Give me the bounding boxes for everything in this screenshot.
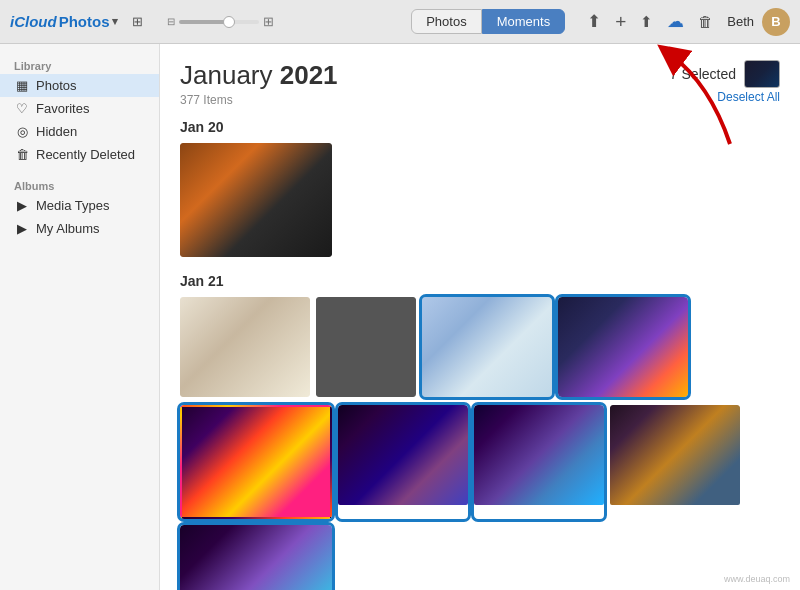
tab-moments[interactable]: Moments (482, 9, 565, 34)
photo-thumb (180, 143, 332, 257)
photo-jan21-2[interactable] (316, 297, 416, 397)
sidebar: Library ▦ Photos ♡ Favorites ◎ Hidden 🗑 … (0, 44, 160, 590)
photo-thumb-rgb-setup-5 (180, 525, 332, 590)
photo-jan21-6[interactable] (338, 405, 468, 519)
photo-grid-jan20 (180, 143, 780, 257)
trash-sidebar-icon: 🗑 (14, 147, 30, 162)
photo-jan21-4[interactable] (558, 297, 688, 397)
photo-thumb-rgb-setup-1 (180, 405, 332, 519)
toolbar: iCloud Photos ▾ ⊞ ⊟ ⊞ Photos Moments ⬆ +… (0, 0, 800, 44)
action-icons: ⬆ + ⬆ ☁ 🗑 (587, 11, 713, 33)
brand-logo[interactable]: iCloud Photos ▾ (10, 13, 118, 30)
view-tabs: Photos Moments (411, 9, 565, 34)
sidebar-item-photos[interactable]: ▦ Photos (0, 74, 159, 97)
heart-icon: ♡ (14, 101, 30, 116)
brand-chevron: ▾ (112, 15, 118, 28)
sidebar-hidden-label: Hidden (36, 124, 77, 139)
deselect-all-button[interactable]: Deselect All (717, 90, 780, 104)
hidden-icon: ◎ (14, 124, 30, 139)
photo-jan21-7[interactable] (474, 405, 604, 519)
share-icon[interactable]: ⬆ (640, 13, 653, 31)
library-section-title: Library (0, 56, 159, 74)
brand-photos: Photos (59, 13, 110, 30)
photo-thumb-mac-mini-white (180, 297, 310, 397)
photo-jan21-5[interactable] (180, 405, 332, 519)
download-cloud-icon[interactable]: ☁ (667, 11, 684, 32)
user-name: Beth (727, 14, 754, 29)
zoom-small-icon: ⊟ (167, 16, 175, 27)
photo-jan21-9[interactable] (180, 525, 332, 590)
grid-view-icon[interactable]: ⊞ (132, 14, 143, 29)
chevron-right-media-icon: ▶ (14, 198, 30, 213)
sidebar-item-hidden[interactable]: ◎ Hidden (0, 120, 159, 143)
photo-thumb-rgb-setup-2 (338, 405, 468, 505)
date-section-jan21: Jan 21 (180, 273, 780, 590)
date-section-jan20: Jan 20 (180, 119, 780, 257)
date-label-jan20: Jan 20 (180, 119, 780, 135)
zoom-large-icon: ⊞ (263, 14, 274, 29)
chevron-right-albums-icon: ▶ (14, 221, 30, 236)
sidebar-item-recently-deleted[interactable]: 🗑 Recently Deleted (0, 143, 159, 166)
selected-thumbnail-preview (744, 60, 780, 88)
selected-count-area: 7 Selected (670, 60, 780, 88)
photo-thumb-rgb-desktop (558, 297, 688, 397)
brand-icloud: iCloud (10, 13, 57, 30)
add-icon[interactable]: + (615, 11, 626, 33)
photo-jan21-3[interactable] (422, 297, 552, 397)
tab-photos[interactable]: Photos (411, 9, 481, 34)
item-count: 377 Items (180, 93, 338, 107)
photo-grid-jan21-row3 (180, 525, 780, 590)
photo-thumb-rgb-setup-3 (474, 405, 604, 505)
photo-jan21-8[interactable] (610, 405, 740, 519)
sidebar-recently-deleted-label: Recently Deleted (36, 147, 135, 162)
zoom-slider-area: ⊟ ⊞ (167, 14, 274, 29)
month-label: January (180, 60, 273, 90)
photos-icon: ▦ (14, 78, 30, 93)
photo-thumb-rgb-setup-4 (610, 405, 740, 505)
sidebar-photos-label: Photos (36, 78, 76, 93)
month-year-heading: January 2021 (180, 60, 338, 91)
content-title: January 2021 377 Items (180, 60, 338, 107)
trash-icon[interactable]: 🗑 (698, 13, 713, 30)
selected-count-text: 7 Selected (670, 66, 736, 82)
sidebar-my-albums-label: My Albums (36, 221, 100, 236)
photo-jan20-1[interactable] (180, 143, 332, 257)
sidebar-item-favorites[interactable]: ♡ Favorites (0, 97, 159, 120)
zoom-slider[interactable] (179, 20, 259, 24)
photo-jan21-1[interactable] (180, 297, 310, 397)
upload-icon[interactable]: ⬆ (587, 11, 601, 32)
sidebar-media-types-label: Media Types (36, 198, 109, 213)
sidebar-item-my-albums[interactable]: ▶ My Albums (0, 217, 159, 240)
year-label: 2021 (273, 60, 338, 90)
photo-thumb-monitor-setup (422, 297, 552, 397)
sidebar-item-media-types[interactable]: ▶ Media Types (0, 194, 159, 217)
sidebar-favorites-label: Favorites (36, 101, 89, 116)
view-toggle: ⊞ (132, 14, 143, 29)
photo-thumb-mac-mini-gray (316, 297, 416, 397)
photo-content: January 2021 377 Items 7 Selected Desele… (160, 44, 800, 590)
watermark: www.deuaq.com (724, 574, 790, 584)
date-label-jan21: Jan 21 (180, 273, 780, 289)
albums-section-title: Albums (0, 176, 159, 194)
content-header: January 2021 377 Items 7 Selected Desele… (180, 60, 780, 107)
photo-grid-jan21 (180, 297, 780, 519)
selection-info: 7 Selected Deselect All (670, 60, 780, 104)
main-layout: Library ▦ Photos ♡ Favorites ◎ Hidden 🗑 … (0, 44, 800, 590)
avatar[interactable]: B (762, 8, 790, 36)
